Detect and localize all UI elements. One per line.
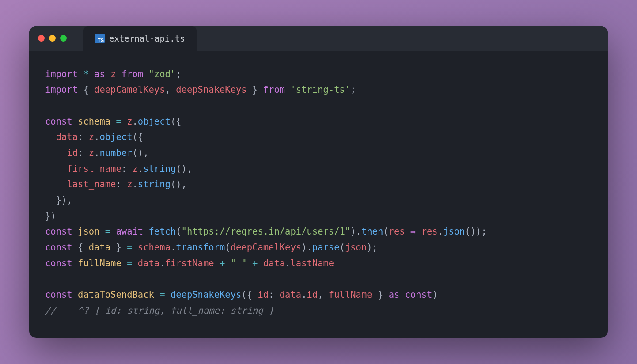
code-line: const dataToSendBack = deepSnakeKeys({ i… bbox=[45, 289, 438, 300]
tab-file[interactable]: TS external-api.ts bbox=[83, 26, 197, 51]
code-line: const schema = z.object({ bbox=[45, 116, 182, 127]
code-line bbox=[45, 100, 50, 111]
titlebar: TS external-api.ts bbox=[29, 26, 608, 51]
editor-window: TS external-api.ts import * as z from "z… bbox=[29, 26, 608, 338]
close-icon[interactable] bbox=[38, 35, 45, 42]
code-line: data: z.object({ bbox=[45, 132, 143, 142]
code-line: import { deepCamelKeys, deepSnakeKeys } … bbox=[45, 84, 356, 95]
code-line: // ^? { id: string, full_name: string } bbox=[45, 305, 274, 316]
code-line bbox=[45, 273, 50, 284]
typescript-icon: TS bbox=[95, 34, 105, 43]
tab-label: external-api.ts bbox=[109, 34, 185, 43]
code-line: const fullName = data.firstName + " " + … bbox=[45, 258, 334, 269]
code-line: first_name: z.string(), bbox=[45, 163, 192, 174]
maximize-icon[interactable] bbox=[60, 35, 67, 42]
code-line: }) bbox=[45, 211, 56, 221]
code-editor[interactable]: import * as z from "zod"; import { deepC… bbox=[29, 51, 608, 338]
code-line: const { data } = schema.transform(deepCa… bbox=[45, 242, 378, 253]
code-line: import * as z from "zod"; bbox=[45, 69, 182, 80]
code-line: last_name: z.string(), bbox=[45, 179, 187, 190]
code-line: }), bbox=[45, 195, 72, 205]
window-controls bbox=[38, 35, 67, 42]
code-line: id: z.number(), bbox=[45, 148, 149, 158]
code-line: const json = await fetch("https://reqres… bbox=[45, 226, 487, 237]
minimize-icon[interactable] bbox=[49, 35, 56, 42]
